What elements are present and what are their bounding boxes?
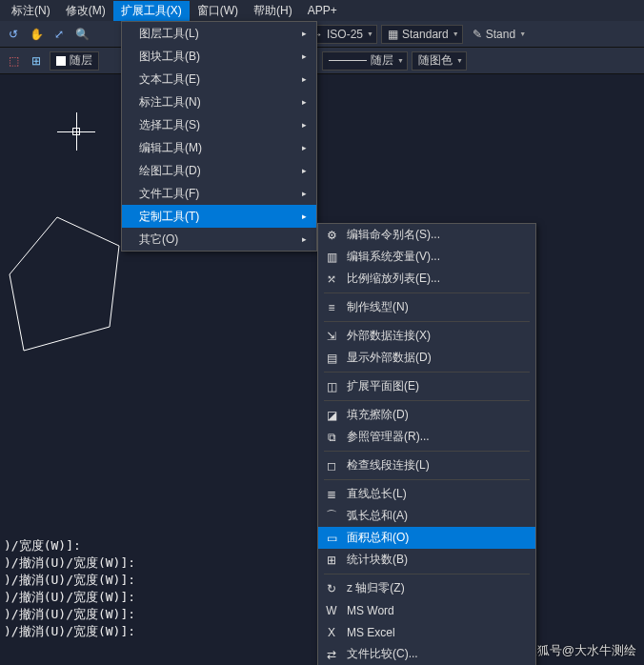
submenu-item[interactable]: WMS Word [318, 599, 535, 621]
linetype-value: 随层 [371, 52, 393, 69]
menu-separator [324, 574, 530, 574]
submenu-item-icon: ⌒ [324, 509, 339, 524]
submenu-item[interactable]: ▤显示外部数据(D) [318, 347, 535, 369]
command-line: )/撤消(U)/宽度(W)]: [4, 554, 135, 572]
menu-item[interactable]: 图层工具(L)▸ [122, 22, 316, 45]
submenu-item[interactable]: XMS Excel [318, 621, 535, 643]
submenu-item-label: MS Excel [347, 626, 395, 639]
zoom-window-icon[interactable]: 🔍 [72, 25, 91, 44]
submenu-item-label: 制作线型(N) [347, 299, 409, 315]
submenu-item-icon: ◫ [324, 379, 339, 394]
submenu-arrow-icon: ▸ [302, 74, 307, 84]
linetype-dropdown[interactable]: 随层 [322, 51, 408, 71]
menu-item[interactable]: 标注工具(N)▸ [122, 91, 316, 113]
submenu-arrow-icon: ▸ [302, 212, 307, 221]
menu-item-label: 标注工具(N) [139, 94, 201, 111]
submenu-item[interactable]: ▭面积总和(O) [318, 527, 535, 549]
menubar-item[interactable]: 窗口(W) [190, 1, 246, 21]
submenu-item-label: 编辑命令别名(S)... [347, 227, 440, 243]
submenu-item-label: 编辑系统变量(V)... [347, 249, 440, 265]
menubar-item[interactable]: 扩展工具(X) [113, 1, 190, 21]
menu-separator [324, 451, 530, 452]
zoom-extents-icon[interactable]: ⤢ [50, 25, 69, 44]
textstyle-value: Standard [402, 28, 449, 41]
submenu-item-icon: ⚙ [324, 228, 339, 243]
submenu-item[interactable]: ⇄文件比较(C)... [318, 643, 535, 665]
command-line: )/撤消(U)/宽度(W)]: [4, 623, 135, 640]
submenu-item[interactable]: ≣直线总长(L) [318, 483, 535, 505]
extra-dropdown[interactable]: ✎ Stand [467, 25, 529, 44]
extra-value: Stand [486, 28, 515, 41]
menubar-item[interactable]: 修改(M) [58, 1, 113, 21]
textstyle-dropdown[interactable]: ▦ Standard [381, 25, 463, 44]
submenu-item-icon: ▭ [324, 531, 339, 546]
submenu-item[interactable]: ⧉参照管理器(R)... [318, 426, 535, 448]
layer-dropdown[interactable]: 随层 [50, 51, 99, 71]
submenu-item[interactable]: ≡制作线型(N) [318, 296, 535, 318]
submenu-item-icon: ≡ [324, 300, 339, 315]
submenu-item-label: 比例缩放列表(E)... [347, 271, 440, 287]
pan-icon[interactable]: ✋ [27, 25, 46, 44]
menu-item[interactable]: 选择工具(S)▸ [122, 113, 316, 136]
submenu-item-icon: ◻ [324, 458, 339, 474]
submenu-item-icon: ⇄ [324, 647, 339, 662]
submenu-item[interactable]: ⤱比例缩放列表(E)... [318, 268, 535, 290]
submenu-item-icon: ▤ [324, 351, 339, 366]
toolbar-layer: ⬚ ⊞ 随层 随层 随图色 [0, 48, 644, 74]
menu-item[interactable]: 定制工具(T)▸ [122, 205, 316, 228]
menu-item[interactable]: 文件工具(F)▸ [122, 182, 316, 205]
line-swatch [329, 60, 367, 61]
menu-item[interactable]: 文本工具(E)▸ [122, 68, 316, 91]
command-line: )/撤消(U)/宽度(W)]: [4, 606, 135, 623]
color-dropdown[interactable]: 随图色 [412, 51, 467, 71]
submenu-item-label: MS Word [347, 604, 394, 617]
menu-separator [324, 292, 530, 293]
submenu-item[interactable]: ⌒弧长总和(A) [318, 505, 535, 527]
submenu-item-label: 外部数据连接(X) [347, 328, 431, 344]
submenu-item[interactable]: ⊞统计块数(B) [318, 549, 535, 571]
menu-item[interactable]: 绘图工具(D)▸ [122, 159, 316, 182]
menu-item[interactable]: 其它(O)▸ [122, 228, 316, 251]
submenu-item[interactable]: ▥编辑系统变量(V)... [318, 246, 535, 268]
submenu-item[interactable]: ◪填充擦除(D) [318, 404, 535, 426]
menu-item[interactable]: 编辑工具(M)▸ [122, 136, 316, 159]
submenu-item-icon: ⤱ [324, 272, 339, 287]
submenu-item[interactable]: ◫扩展平面图(E) [318, 375, 535, 397]
submenu-arrow-icon: ▸ [302, 97, 307, 107]
submenu-item-icon: ⊞ [324, 553, 339, 568]
menu-separator [324, 400, 530, 401]
menu-separator [324, 372, 530, 373]
submenu-arrow-icon: ▸ [302, 120, 307, 130]
submenu-item[interactable]: ⇲外部数据连接(X) [318, 325, 535, 347]
submenu-item[interactable]: ⚙编辑命令别名(S)... [318, 224, 535, 246]
tool-icon[interactable]: ↺ [4, 25, 23, 44]
menu-separator [324, 479, 530, 480]
layer-color-swatch [56, 56, 66, 66]
submenu-arrow-icon: ▸ [302, 189, 307, 198]
layer-props-icon[interactable]: ⬚ [4, 51, 23, 71]
submenu-item-label: 文件比较(C)... [347, 646, 418, 662]
submenu-arrow-icon: ▸ [302, 143, 307, 152]
menu-item-label: 选择工具(S) [139, 117, 200, 133]
command-log: )/宽度(W)]:)/撤消(U)/宽度(W)]:)/撤消(U)/宽度(W)]:)… [0, 534, 139, 644]
submenu-item-label: 检查线段连接(L) [347, 457, 430, 474]
watermark-text: 搜狐号@大水牛测绘 [525, 642, 636, 659]
submenu-item-label: 填充擦除(D) [347, 407, 409, 423]
menubar-item[interactable]: APP+ [300, 2, 345, 19]
dimstyle-value: ISO-25 [327, 28, 363, 41]
color-value: 随图色 [418, 52, 453, 69]
menu-item-label: 编辑工具(M) [139, 140, 202, 156]
custom-tools-submenu: ⚙编辑命令别名(S)...▥编辑系统变量(V)...⤱比例缩放列表(E)...≡… [317, 223, 536, 665]
menu-item[interactable]: 图块工具(B)▸ [122, 45, 316, 68]
layer-icon-2[interactable]: ⊞ [27, 51, 46, 71]
menu-separator [324, 321, 530, 322]
submenu-item[interactable]: ↻z 轴归零(Z) [318, 577, 535, 599]
submenu-item-icon: ▥ [324, 250, 339, 265]
command-line: )/撤消(U)/宽度(W)]: [4, 572, 135, 589]
submenu-item[interactable]: ◻检查线段连接(L) [318, 454, 535, 476]
menubar-item[interactable]: 标注(N) [4, 1, 58, 21]
submenu-arrow-icon: ▸ [302, 166, 307, 175]
menubar-item[interactable]: 帮助(H) [246, 1, 300, 21]
menubar: 标注(N)修改(M)扩展工具(X)窗口(W)帮助(H)APP+ [0, 0, 644, 21]
submenu-item-label: 统计块数(B) [347, 552, 408, 568]
